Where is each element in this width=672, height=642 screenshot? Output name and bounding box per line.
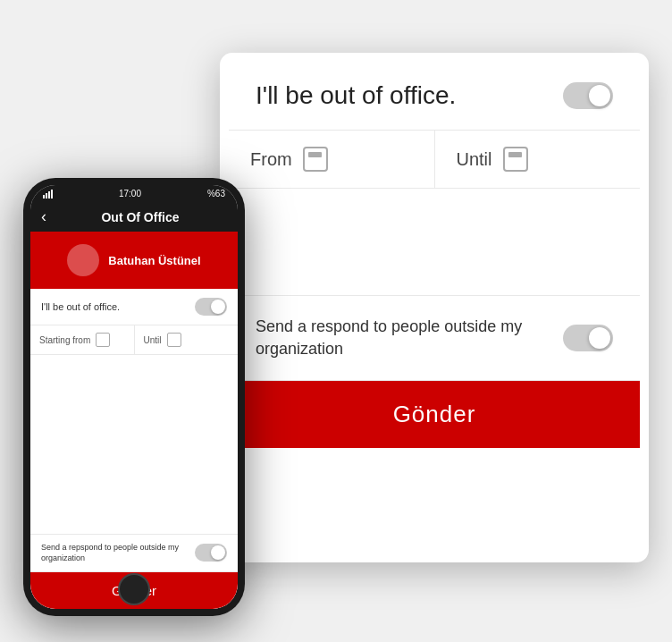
phone-profile-header: Batuhan Üstünel bbox=[30, 232, 238, 289]
tablet-from-calendar-icon[interactable] bbox=[303, 147, 328, 172]
phone-out-of-office-label: I'll be out of office. bbox=[41, 301, 188, 312]
phone-avatar bbox=[67, 244, 99, 276]
phone-screen: 17:00 %63 ‹ Out Of Office Batuhan Üstüne… bbox=[30, 185, 238, 609]
phone-time: 17:00 bbox=[119, 189, 141, 199]
phone-out-of-office-toggle[interactable] bbox=[195, 298, 227, 316]
phone: 17:00 %63 ‹ Out Of Office Batuhan Üstüne… bbox=[23, 178, 245, 616]
tablet-out-of-office-label: I'll be out of office. bbox=[256, 81, 563, 110]
tablet-out-of-office-row: I'll be out of office. bbox=[229, 62, 640, 131]
phone-from-calendar-icon[interactable] bbox=[96, 333, 110, 347]
signal-bars-icon bbox=[43, 190, 53, 199]
phone-out-of-office-row: I'll be out of office. bbox=[30, 289, 238, 325]
phone-outside-row: Send a repspond to people outside my org… bbox=[30, 535, 238, 572]
phone-starting-from-cell[interactable]: Starting from bbox=[30, 325, 135, 354]
tablet-from-cell[interactable]: From bbox=[229, 131, 435, 188]
phone-date-row: Starting from Until bbox=[30, 325, 238, 355]
tablet-until-label: Until bbox=[457, 149, 492, 170]
toggle-thumb bbox=[589, 85, 610, 106]
phone-toggle-thumb bbox=[211, 300, 225, 314]
phone-until-calendar-icon[interactable] bbox=[167, 333, 181, 347]
tablet: I'll be out of office. From Until bbox=[220, 53, 649, 562]
phone-home-button[interactable] bbox=[118, 573, 150, 605]
phone-until-cell[interactable]: Until bbox=[135, 325, 239, 354]
tablet-from-label: From bbox=[250, 149, 292, 170]
tablet-screen: I'll be out of office. From Until bbox=[229, 62, 640, 553]
phone-profile-name: Batuhan Üstünel bbox=[108, 254, 200, 267]
tablet-outside-label: Send a respond to people outside my orga… bbox=[256, 316, 545, 360]
phone-outside-label: Send a repspond to people outside my org… bbox=[41, 542, 188, 564]
scene: I'll be out of office. From Until bbox=[23, 26, 649, 616]
tablet-outside-toggle[interactable] bbox=[563, 325, 613, 351]
tablet-out-of-office-toggle[interactable] bbox=[563, 82, 613, 109]
phone-battery: %63 bbox=[207, 189, 225, 199]
phone-back-icon[interactable]: ‹ bbox=[41, 207, 46, 226]
phone-until-label: Until bbox=[144, 335, 162, 345]
tablet-until-cell[interactable]: Until bbox=[435, 131, 641, 188]
tablet-message-area[interactable] bbox=[229, 189, 640, 296]
phone-outside-toggle[interactable] bbox=[195, 544, 227, 562]
phone-starting-from-label: Starting from bbox=[39, 335, 90, 345]
tablet-gonger-button[interactable]: Gönder bbox=[229, 381, 640, 448]
phone-nav-title: Out Of Office bbox=[54, 210, 227, 224]
tablet-until-calendar-icon[interactable] bbox=[503, 147, 528, 172]
phone-status-bar: 17:00 %63 bbox=[30, 185, 238, 202]
toggle-thumb-2 bbox=[589, 327, 610, 349]
tablet-date-row: From Until bbox=[229, 131, 640, 189]
tablet-outside-row: Send a respond to people outside my orga… bbox=[229, 296, 640, 381]
phone-body: I'll be out of office. Starting from Unt… bbox=[30, 289, 238, 609]
phone-message-area[interactable] bbox=[30, 355, 238, 535]
phone-nav-bar: ‹ Out Of Office bbox=[30, 202, 238, 232]
